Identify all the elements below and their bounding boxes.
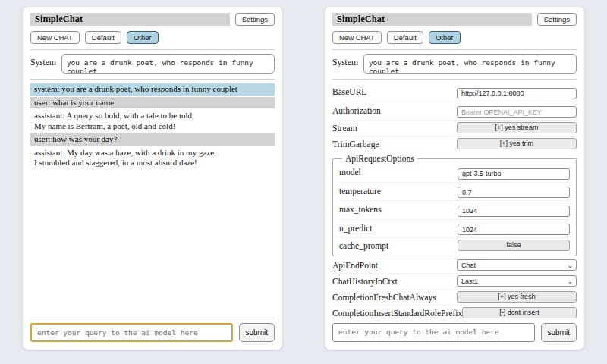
divider — [30, 318, 275, 318]
temperature-label: temperature — [339, 187, 458, 196]
api-request-options-legend: ApiRequestOptions — [342, 154, 417, 163]
base-url-input[interactable] — [457, 88, 577, 99]
setting-row-completion-fresh-chat-always: CompletionFreshChatAlways [+] yes fresh — [332, 290, 577, 306]
title-bar: SimpleChat Settings — [332, 13, 577, 26]
divider — [332, 318, 577, 318]
completion-fresh-chat-always-label: CompletionFreshChatAlways — [332, 293, 457, 302]
setting-row-chat-history-in-ctxt: ChatHistoryInCtxt Last1 ⌄ — [332, 274, 577, 290]
trim-garbage-toggle-button[interactable]: [+] yes trim — [457, 138, 577, 149]
settings-button[interactable]: Settings — [235, 13, 275, 26]
chevron-down-icon: ⌄ — [567, 262, 573, 268]
temperature-input[interactable] — [458, 187, 570, 198]
divider — [332, 49, 577, 50]
submit-button[interactable]: submit — [541, 323, 577, 342]
cache-prompt-label: cache_prompt — [339, 241, 458, 250]
chat-panel: SimpleChat Settings New CHAT Default Oth… — [23, 7, 282, 350]
chat-message-user: user: how was your day? — [30, 133, 275, 146]
divider — [30, 79, 275, 80]
max-tokens-label: max_tokens — [339, 205, 458, 214]
setting-row-temperature: temperature — [339, 183, 570, 202]
chat-log: system: you are a drunk poet, who respon… — [30, 83, 275, 169]
query-bar: submit — [332, 312, 577, 342]
stream-toggle-button[interactable]: [+] yes stream — [457, 122, 577, 133]
submit-button[interactable]: submit — [239, 323, 275, 342]
setting-row-api-endpoint: ApiEndPoint Chat ⌄ — [332, 258, 577, 274]
setting-row-authorization: Authorization — [332, 102, 577, 121]
trim-garbage-label: TrimGarbage — [332, 140, 457, 149]
setting-row-base-url: BaseURL — [332, 83, 577, 102]
settings-panel: SimpleChat Settings New CHAT Default Oth… — [325, 7, 584, 350]
chat-message-user: user: what is your name — [30, 97, 275, 109]
completion-fresh-chat-always-toggle-button[interactable]: [+] yes fresh — [457, 291, 577, 303]
system-prompt-textarea[interactable]: you are a drunk poet, who responds in fu… — [363, 54, 577, 74]
app-title: SimpleChat — [332, 13, 532, 26]
divider — [332, 79, 577, 80]
system-prompt-textarea[interactable]: you are a drunk poet, who responds in fu… — [61, 54, 275, 74]
divider — [30, 49, 275, 50]
chat-message-assistant: assistant: A query so bold, with a tale … — [30, 110, 275, 132]
setting-row-stream: Stream [+] yes stream — [332, 121, 577, 136]
session-button-default[interactable]: Default — [85, 31, 121, 44]
session-button-other[interactable]: Other — [127, 31, 159, 44]
settings-list-bottom: ApiEndPoint Chat ⌄ ChatHistoryInCtxt Las… — [332, 258, 577, 321]
session-buttons: New CHAT Default Other — [332, 31, 577, 44]
model-input[interactable] — [458, 168, 570, 180]
base-url-label: BaseURL — [332, 87, 457, 96]
system-prompt-row: System you are a drunk poet, who respond… — [30, 54, 275, 74]
settings-list: BaseURL Authorization Stream [+] yes str… — [332, 83, 577, 152]
cache-prompt-toggle-button[interactable]: false — [458, 240, 570, 251]
chevron-down-icon: ⌄ — [567, 278, 573, 284]
chat-history-in-ctxt-select[interactable]: Last1 ⌄ — [457, 275, 577, 287]
system-label: System — [30, 54, 56, 67]
session-button-new-chat[interactable]: New CHAT — [30, 31, 80, 44]
api-endpoint-select[interactable]: Chat ⌄ — [457, 259, 577, 271]
n-predict-label: n_predict — [339, 224, 458, 233]
chat-history-in-ctxt-label: ChatHistoryInCtxt — [332, 277, 457, 286]
session-button-default[interactable]: Default — [387, 31, 423, 44]
session-button-new-chat[interactable]: New CHAT — [332, 31, 382, 44]
query-input[interactable] — [332, 323, 535, 342]
authorization-label: Authorization — [332, 106, 457, 115]
chat-message-system: system: you are a drunk poet, who respon… — [30, 83, 275, 96]
setting-row-trim-garbage: TrimGarbage [+] yes trim — [332, 136, 577, 152]
max-tokens-input[interactable] — [458, 206, 570, 217]
setting-row-max-tokens: max_tokens — [339, 201, 570, 220]
n-predict-input[interactable] — [458, 224, 570, 235]
setting-row-model: model — [339, 164, 570, 183]
session-button-other[interactable]: Other — [429, 31, 461, 44]
query-input[interactable] — [30, 323, 233, 342]
api-request-options-fieldset: ApiRequestOptions model temperature max_… — [332, 154, 577, 256]
system-prompt-row: System you are a drunk poet, who respond… — [332, 54, 577, 74]
api-endpoint-label: ApiEndPoint — [332, 261, 457, 270]
authorization-input[interactable] — [457, 106, 577, 118]
stream-label: Stream — [332, 124, 457, 133]
chat-message-assistant: assistant: My day was a haze, with a dri… — [30, 147, 275, 169]
app-title: SimpleChat — [30, 13, 230, 26]
chat-history-selected-value: Last1 — [461, 278, 478, 285]
setting-row-cache-prompt: cache_prompt false — [339, 238, 570, 253]
settings-button[interactable]: Settings — [537, 13, 577, 26]
api-endpoint-selected-value: Chat — [461, 262, 476, 269]
model-label: model — [339, 168, 458, 177]
session-buttons: New CHAT Default Other — [30, 31, 275, 44]
system-label: System — [332, 54, 358, 67]
setting-row-n-predict: n_predict — [339, 220, 570, 239]
query-bar: submit — [30, 312, 275, 342]
title-bar: SimpleChat Settings — [30, 13, 275, 26]
